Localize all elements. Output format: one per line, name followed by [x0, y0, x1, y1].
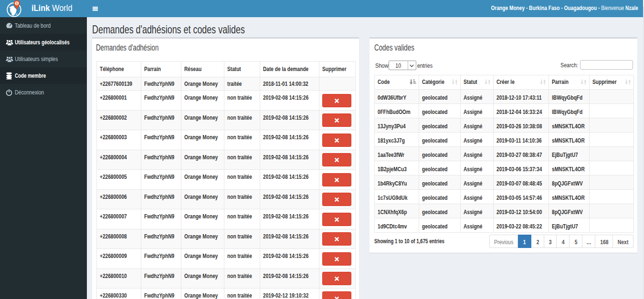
- svg-text:$: $: [16, 1, 18, 6]
